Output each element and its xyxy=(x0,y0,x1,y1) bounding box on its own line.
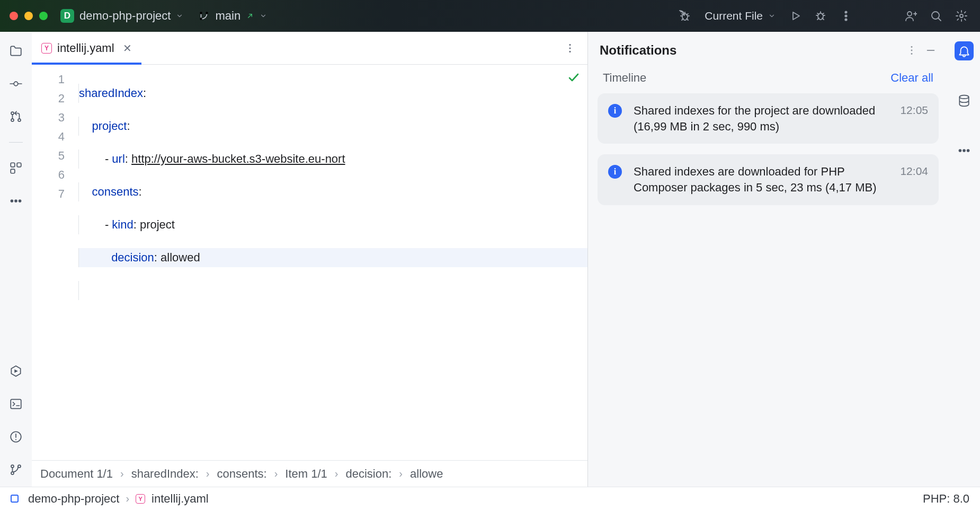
structure-icon xyxy=(9,161,23,175)
run-button[interactable] xyxy=(786,7,804,25)
notification-message: Shared indexes are downloaded for PHP Co… xyxy=(634,164,894,195)
minimize-icon xyxy=(925,45,937,56)
bell-icon xyxy=(957,44,971,58)
editor-tabs: Y intellij.yaml ✕ xyxy=(32,32,587,65)
debug-button[interactable] xyxy=(812,7,830,25)
yaml-file-icon: Y xyxy=(41,43,52,54)
svg-point-33 xyxy=(959,150,961,152)
svg-point-31 xyxy=(911,53,913,55)
database-tool-button[interactable] xyxy=(955,91,974,110)
close-window-icon[interactable] xyxy=(10,12,18,20)
inspection-ok-icon[interactable] xyxy=(567,71,580,84)
run-config-selector[interactable]: Current File xyxy=(705,10,776,22)
svg-point-2 xyxy=(206,12,208,14)
hide-panel-button[interactable] xyxy=(925,45,937,56)
tab-actions-button[interactable] xyxy=(558,42,582,54)
svg-point-7 xyxy=(845,19,847,20)
services-tool-button[interactable] xyxy=(6,362,25,381)
chevron-down-icon xyxy=(176,12,183,20)
branch-name: main xyxy=(215,9,240,23)
search-icon xyxy=(930,10,942,22)
commit-tool-button[interactable] xyxy=(6,74,25,93)
code-area[interactable]: sharedIndex: project: - url: http://your… xyxy=(74,65,587,460)
project-tool-button[interactable] xyxy=(6,41,25,60)
notification-message: Shared indexes for the project are downl… xyxy=(634,103,894,134)
project-badge-icon: D xyxy=(60,9,74,23)
chevron-down-icon xyxy=(768,12,776,20)
database-icon xyxy=(957,94,971,108)
notification-time: 12:04 xyxy=(900,164,928,178)
svg-point-34 xyxy=(963,150,965,152)
structure-tool-button[interactable] xyxy=(6,159,25,178)
notifications-tool-button[interactable] xyxy=(955,41,974,60)
titlebar: D demo-php-project main Current File xyxy=(0,0,980,32)
terminal-tool-button[interactable] xyxy=(6,394,25,414)
svg-point-0 xyxy=(200,12,202,14)
breadcrumb-item[interactable]: sharedIndex: xyxy=(131,467,199,481)
svg-rect-16 xyxy=(17,163,21,167)
clear-all-button[interactable]: Clear all xyxy=(890,71,933,85)
notifications-options-button[interactable] xyxy=(906,45,917,56)
svg-point-10 xyxy=(960,14,963,17)
problems-tool-button[interactable] xyxy=(6,427,25,446)
editor-pane: Y intellij.yaml ✕ 1 2 3 4 5 6 7 xyxy=(32,32,588,487)
svg-rect-15 xyxy=(11,163,15,167)
minimize-window-icon[interactable] xyxy=(24,12,33,20)
branch-selector[interactable]: main xyxy=(198,9,267,23)
editor-breadcrumb[interactable]: Document 1/1› sharedIndex:› consents:› I… xyxy=(32,460,587,487)
info-icon: i xyxy=(608,104,622,118)
tab-intellij-yaml[interactable]: Y intellij.yaml ✕ xyxy=(32,32,141,64)
svg-point-26 xyxy=(569,44,571,46)
pull-requests-tool-button[interactable] xyxy=(6,107,25,126)
status-file[interactable]: intellij.yaml xyxy=(152,492,209,506)
commit-icon xyxy=(9,77,23,91)
more-actions-button[interactable] xyxy=(837,7,855,25)
open-external-icon xyxy=(246,12,254,20)
chevron-down-icon xyxy=(260,12,267,20)
svg-rect-21 xyxy=(11,399,21,408)
notifications-panel: Notifications Timeline Clear all i Share… xyxy=(588,32,948,487)
debug-listen-button[interactable] xyxy=(676,7,694,25)
module-icon xyxy=(11,495,19,503)
breadcrumb-item[interactable]: consents: xyxy=(217,467,267,481)
notifications-subtitle: Timeline xyxy=(603,71,646,85)
project-selector[interactable]: D demo-php-project xyxy=(60,9,183,23)
notification-item[interactable]: i Shared indexes for the project are dow… xyxy=(598,93,939,144)
more-tools-button[interactable] xyxy=(6,191,25,210)
divider xyxy=(9,142,23,143)
notifications-list: i Shared indexes for the project are dow… xyxy=(588,93,948,487)
tab-label: intellij.yaml xyxy=(57,41,114,55)
code-editor[interactable]: 1 2 3 4 5 6 7 sharedIndex: project: - ur… xyxy=(32,65,587,460)
zoom-window-icon[interactable] xyxy=(39,12,48,20)
php-version[interactable]: PHP: 8.0 xyxy=(923,492,969,506)
notification-time: 12:05 xyxy=(900,103,928,117)
breadcrumb-item[interactable]: allowe xyxy=(410,467,443,481)
svg-point-11 xyxy=(14,82,18,86)
breadcrumb-item[interactable]: decision: xyxy=(346,467,392,481)
close-tab-button[interactable]: ✕ xyxy=(123,43,132,54)
svg-point-1 xyxy=(200,17,202,20)
breadcrumb-item[interactable]: Document 1/1 xyxy=(40,467,113,481)
settings-button[interactable] xyxy=(952,7,970,25)
run-config-label: Current File xyxy=(705,10,763,22)
status-project[interactable]: demo-php-project xyxy=(28,492,119,506)
more-tools-right-button[interactable] xyxy=(955,141,974,160)
svg-point-35 xyxy=(967,150,969,152)
version-control-tool-button[interactable] xyxy=(6,460,25,479)
gear-icon xyxy=(955,10,968,22)
notification-item[interactable]: i Shared indexes are downloaded for PHP … xyxy=(598,154,939,205)
code-with-me-button[interactable] xyxy=(902,7,920,25)
window-controls xyxy=(10,12,48,20)
problems-icon xyxy=(9,430,23,444)
svg-point-28 xyxy=(569,50,571,52)
svg-point-6 xyxy=(845,15,847,16)
pull-request-icon xyxy=(9,110,23,124)
search-everywhere-button[interactable] xyxy=(927,7,945,25)
svg-point-32 xyxy=(959,95,968,99)
svg-rect-17 xyxy=(11,169,15,173)
kebab-icon xyxy=(906,45,917,56)
svg-point-18 xyxy=(11,200,13,202)
svg-point-30 xyxy=(911,50,913,51)
svg-point-5 xyxy=(845,11,847,13)
breadcrumb-item[interactable]: Item 1/1 xyxy=(285,467,327,481)
